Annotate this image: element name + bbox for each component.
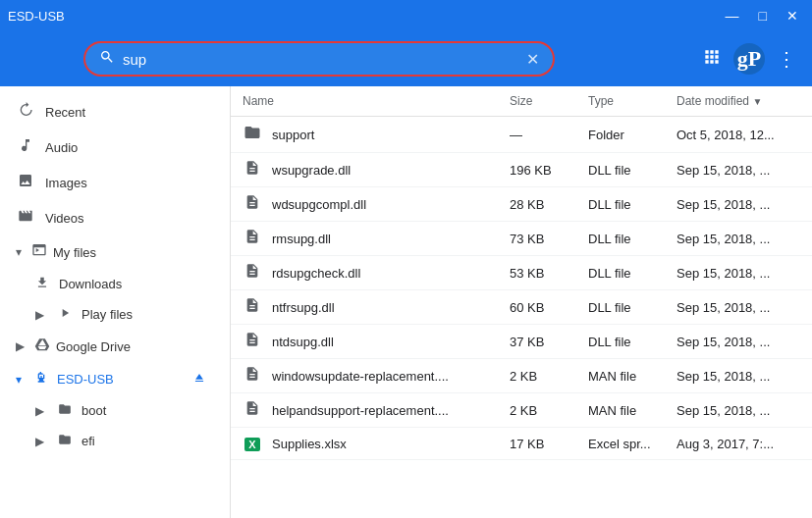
file-name: Supplies.xlsx: [272, 437, 347, 451]
file-name: ntfrsupg.dll: [272, 300, 335, 315]
minimize-button[interactable]: —: [720, 6, 745, 26]
file-type: Excel spr...: [576, 428, 665, 460]
file-name-cell: ntdsupg.dll: [231, 325, 498, 359]
search-clear-icon[interactable]: ✕: [526, 50, 539, 69]
eject-icon[interactable]: [192, 371, 206, 388]
table-row[interactable]: windowsupdate-replacement.... 2 KB MAN f…: [231, 359, 812, 393]
downloads-icon: [35, 276, 49, 292]
sidebar-item-videos[interactable]: Videos: [0, 200, 222, 235]
table-row[interactable]: wdsupgcompl.dll 28 KB DLL file Sep 15, 2…: [231, 187, 812, 222]
table-row[interactable]: helpandsupport-replacement.... 2 KB MAN …: [231, 393, 812, 428]
table-row[interactable]: X Supplies.xlsx 17 KB Excel spr... Aug 3…: [231, 428, 812, 460]
apps-grid-icon[interactable]: [702, 47, 722, 72]
file-size: 73 KB: [498, 222, 576, 256]
file-type: MAN file: [576, 359, 665, 393]
sidebar-item-recent[interactable]: Recent: [0, 94, 222, 130]
audio-icon: [16, 137, 35, 157]
main-layout: Recent Audio Images Videos ▾: [0, 86, 812, 518]
sidebar-item-google-drive[interactable]: ▶ Google Drive: [0, 330, 222, 363]
sidebar-item-esd-usb[interactable]: ▾ ESD-USB: [0, 363, 222, 395]
avatar[interactable]: gP: [733, 43, 765, 75]
sort-arrow-icon: ▼: [752, 96, 762, 107]
file-size: 53 KB: [498, 256, 576, 290]
efi-expand-icon: ▶: [35, 435, 44, 448]
table-row[interactable]: support — Folder Oct 5, 2018, 12...: [231, 117, 812, 153]
file-date: Aug 3, 2017, 7:...: [665, 428, 812, 460]
search-input[interactable]: [123, 51, 526, 68]
file-type-icon: [243, 229, 262, 248]
file-name: helpandsupport-replacement....: [272, 403, 449, 418]
google-drive-expand-icon: ▶: [16, 339, 25, 353]
table-header-row: Name Size Type Date modified ▼: [231, 86, 812, 117]
file-date: Oct 5, 2018, 12...: [665, 117, 812, 153]
file-type: DLL file: [576, 153, 665, 187]
file-type-icon: [243, 124, 262, 145]
file-size: —: [498, 117, 576, 153]
sidebar-item-downloads[interactable]: Downloads: [0, 269, 222, 299]
file-type: DLL file: [576, 325, 665, 359]
file-name-cell: wsupgrade.dll: [231, 153, 498, 187]
file-type: MAN file: [576, 393, 665, 428]
file-type-icon: [243, 366, 262, 386]
esd-usb-icon: [33, 370, 49, 388]
file-size: 2 KB: [498, 359, 576, 393]
file-name: support: [272, 128, 314, 142]
file-size: 17 KB: [498, 428, 576, 460]
file-area: Name Size Type Date modified ▼: [231, 86, 812, 518]
col-date-header[interactable]: Date modified ▼: [665, 86, 812, 117]
table-row[interactable]: ntfrsupg.dll 60 KB DLL file Sep 15, 2018…: [231, 290, 812, 325]
search-box: ✕: [83, 41, 555, 77]
file-name-cell: rdsupgcheck.dll: [231, 256, 498, 290]
esd-usb-expand-icon: ▾: [16, 373, 22, 387]
col-type-header[interactable]: Type: [576, 86, 665, 117]
file-size: 60 KB: [498, 290, 576, 325]
file-date: Sep 15, 2018, ...: [665, 153, 812, 187]
sidebar-item-efi[interactable]: ▶ efi: [0, 426, 222, 456]
sidebar-item-my-files[interactable]: ▾ My files: [0, 235, 222, 269]
file-type-icon: [243, 263, 262, 283]
file-date: Sep 15, 2018, ...: [665, 256, 812, 290]
table-row[interactable]: rdsupgcheck.dll 53 KB DLL file Sep 15, 2…: [231, 256, 812, 290]
google-drive-icon: [34, 337, 50, 356]
videos-icon: [16, 208, 35, 228]
sidebar-label-boot: boot: [81, 403, 106, 418]
sidebar-label-audio: Audio: [45, 140, 206, 155]
window-title: ESD-USB: [8, 9, 65, 24]
file-name: wsupgrade.dll: [272, 163, 351, 178]
window-controls: — □ ✕: [720, 6, 804, 26]
sidebar-label-images: Images: [45, 176, 206, 190]
sidebar-label-esd-usb: ESD-USB: [57, 372, 114, 387]
file-type-icon: X: [243, 435, 262, 452]
col-size-header[interactable]: Size: [498, 86, 576, 117]
file-type: DLL file: [576, 256, 665, 290]
sidebar-label-google-drive: Google Drive: [56, 339, 131, 354]
file-type-icon: [243, 332, 262, 351]
table-row[interactable]: rmsupg.dll 73 KB DLL file Sep 15, 2018, …: [231, 222, 812, 256]
sidebar-item-images[interactable]: Images: [0, 165, 222, 200]
more-icon[interactable]: ⋮: [777, 47, 796, 71]
file-type-icon: [243, 400, 262, 420]
file-type: DLL file: [576, 290, 665, 325]
sidebar: Recent Audio Images Videos ▾: [0, 86, 231, 518]
maximize-button[interactable]: □: [753, 6, 773, 26]
file-size: 2 KB: [498, 393, 576, 428]
sidebar-item-play-files[interactable]: ▶ Play files: [0, 299, 222, 330]
file-size: 196 KB: [498, 153, 576, 187]
sidebar-label-downloads: Downloads: [59, 277, 122, 291]
file-name-cell: wdsupgcompl.dll: [231, 187, 498, 222]
my-files-icon: [31, 242, 47, 262]
sidebar-item-audio[interactable]: Audio: [0, 130, 222, 165]
file-name: rmsupg.dll: [272, 232, 331, 246]
close-button[interactable]: ✕: [781, 6, 804, 26]
recent-icon: [16, 102, 35, 122]
sidebar-label-videos: Videos: [45, 211, 206, 226]
table-row[interactable]: ntdsupg.dll 37 KB DLL file Sep 15, 2018,…: [231, 325, 812, 359]
table-row[interactable]: wsupgrade.dll 196 KB DLL file Sep 15, 20…: [231, 153, 812, 187]
file-type-icon: [243, 297, 262, 317]
play-files-icon: [58, 306, 72, 323]
file-type-icon: [243, 194, 262, 214]
sidebar-item-boot[interactable]: ▶ boot: [0, 395, 222, 426]
file-name: rdsupgcheck.dll: [272, 266, 360, 281]
col-name-header[interactable]: Name: [231, 86, 498, 117]
file-name-cell: rmsupg.dll: [231, 222, 498, 256]
